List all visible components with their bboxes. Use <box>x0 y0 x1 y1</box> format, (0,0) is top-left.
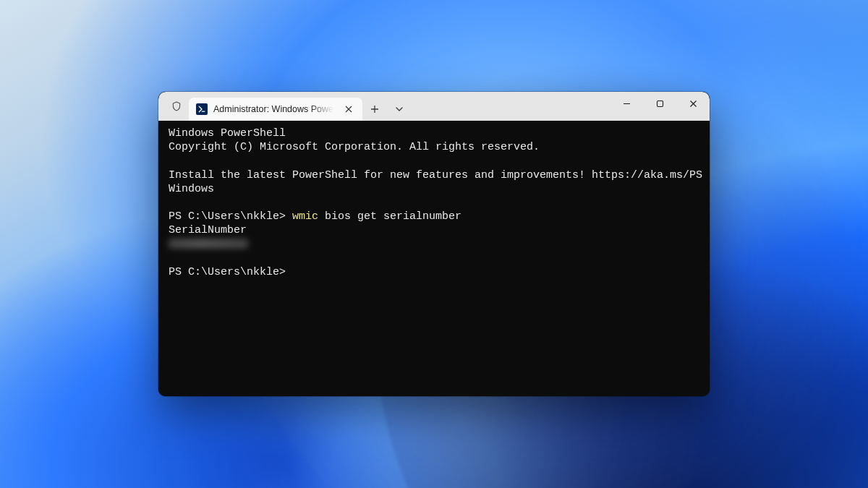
banner-line: Windows PowerShell <box>169 127 699 140</box>
svg-rect-6 <box>657 100 663 106</box>
tab-powershell[interactable]: Administrator: Windows PowerShell <box>189 98 362 121</box>
blank-line <box>169 196 699 210</box>
maximize-button[interactable] <box>643 92 676 115</box>
command-keyword: wmic <box>292 210 318 223</box>
output-header: SerialNumber <box>169 223 699 237</box>
close-window-button[interactable] <box>676 92 710 115</box>
new-tab-button[interactable] <box>362 98 387 121</box>
uac-shield-icon <box>164 92 189 121</box>
window-caption-buttons <box>610 92 710 121</box>
close-icon <box>345 106 352 113</box>
prompt-line: PS C:\Users\nkkle> wmic bios get serialn… <box>169 210 699 223</box>
tip-line: Install the latest PowerShell for new fe… <box>169 168 699 182</box>
prompt-line: PS C:\Users\nkkle> <box>169 265 699 279</box>
minimize-icon <box>623 100 631 108</box>
close-icon <box>689 100 697 108</box>
svg-line-7 <box>690 100 696 106</box>
terminal-window: Administrator: Windows PowerShell <box>158 92 710 396</box>
command-args: bios get serialnumber <box>318 210 461 223</box>
svg-line-1 <box>346 106 352 112</box>
prompt-prefix: PS C:\Users\nkkle> <box>169 210 292 223</box>
redacted-serial <box>169 239 248 249</box>
blank-line <box>169 154 699 168</box>
tab-strip: Administrator: Windows PowerShell <box>158 92 412 121</box>
blank-line <box>169 252 699 265</box>
tab-close-button[interactable] <box>342 103 355 116</box>
svg-line-8 <box>690 100 696 106</box>
chevron-down-icon <box>395 105 404 114</box>
tip-line: Windows <box>169 182 699 196</box>
powershell-icon <box>196 103 208 115</box>
terminal-output[interactable]: Windows PowerShellCopyright (C) Microsof… <box>158 121 710 396</box>
maximize-icon <box>656 100 664 108</box>
banner-line: Copyright (C) Microsoft Corporation. All… <box>169 140 699 154</box>
svg-line-2 <box>346 106 352 112</box>
plus-icon <box>370 105 379 114</box>
output-value-redacted <box>169 238 699 252</box>
tab-dropdown-button[interactable] <box>387 98 412 121</box>
window-titlebar[interactable]: Administrator: Windows PowerShell <box>158 92 710 121</box>
tab-title: Administrator: Windows PowerShell <box>213 104 336 114</box>
minimize-button[interactable] <box>610 92 643 115</box>
